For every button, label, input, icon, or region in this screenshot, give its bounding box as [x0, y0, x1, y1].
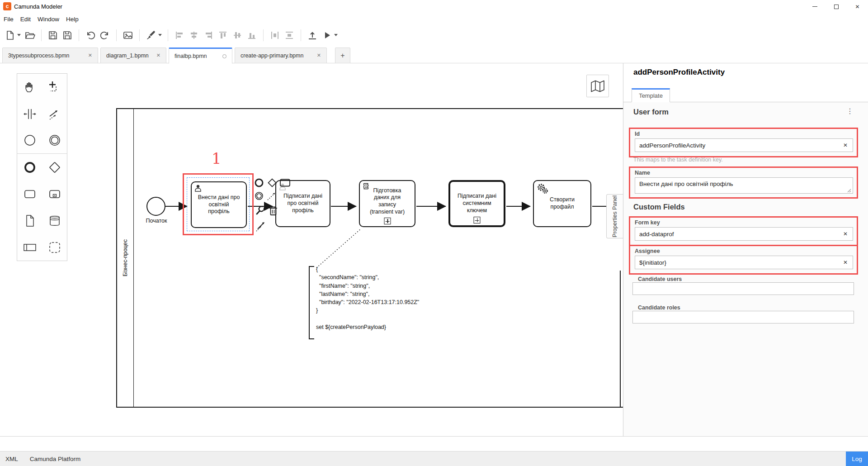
menu-window[interactable]: Window	[38, 16, 59, 23]
toolbar-divider	[263, 29, 264, 41]
candidate-roles-input[interactable]	[632, 311, 854, 323]
align-top-icon	[218, 30, 228, 40]
sequence-flow-layer	[0, 63, 623, 436]
tab-label: create-app-primary.bpmn	[241, 52, 303, 59]
align-top-button[interactable]	[216, 28, 230, 43]
save-button[interactable]	[46, 28, 60, 43]
format-brush-button[interactable]	[144, 28, 158, 43]
candidate-users-input[interactable]	[632, 282, 854, 295]
window-controls: ✕	[804, 0, 868, 13]
minimize-button[interactable]	[804, 0, 826, 13]
menu-help[interactable]: Help	[66, 16, 79, 23]
id-input[interactable]	[635, 138, 853, 152]
align-middle-button[interactable]	[230, 28, 245, 43]
new-diagram-caret[interactable]	[17, 34, 21, 36]
align-right-button[interactable]	[201, 28, 216, 43]
association-annotation[interactable]	[316, 229, 361, 268]
camunda-logo-icon: c	[3, 2, 11, 10]
connect-tool-icon[interactable]	[256, 222, 264, 231]
kebab-menu-icon[interactable]: ⋮	[846, 107, 854, 115]
user-task-icon	[194, 184, 202, 192]
tab-create-app-primary[interactable]: create-app-primary.bpmn ✕	[235, 48, 327, 63]
append-gateway-icon[interactable]	[269, 179, 276, 187]
menu-file[interactable]: File	[4, 16, 14, 23]
append-annotation-icon[interactable]	[268, 193, 275, 200]
collapsed-subprocess-marker[interactable]	[384, 218, 391, 224]
bpmn-canvas[interactable]: Бізнес-процес Початок 1	[0, 63, 623, 436]
distribute-vertical-icon	[284, 30, 294, 40]
call-activity-sign-system-key[interactable]: Підписати дані системним ключем	[448, 180, 505, 227]
platform-label: Camunda Platform	[30, 456, 81, 462]
tab-close-icon[interactable]: ✕	[317, 52, 321, 58]
maximize-button[interactable]	[826, 0, 847, 13]
tab-label: diagram_1.bpmn	[106, 52, 149, 59]
collapsed-subprocess-marker[interactable]	[474, 217, 481, 223]
tab-close-icon[interactable]: ✕	[156, 52, 160, 58]
menu-edit[interactable]: Edit	[20, 16, 31, 23]
user-task-add-profile[interactable]: Внести дані про освітній профіль	[191, 181, 247, 228]
properties-panel-toggle[interactable]: Properties Panel	[606, 194, 623, 238]
xml-toggle[interactable]: XML	[5, 456, 18, 462]
panel-body: User form ⋮ Id ✕ This maps to the task d…	[623, 102, 868, 436]
text-annotation[interactable]: { "secondName": "string", "firstName": "…	[309, 265, 419, 331]
toolbar-divider	[139, 29, 140, 41]
tab-finalbp-active[interactable]: finalbp.bpmn	[169, 48, 232, 64]
export-image-button[interactable]	[121, 28, 135, 43]
gears-icon	[536, 183, 549, 195]
candidate-roles-label: Candidate roles	[638, 304, 680, 311]
tab-3typessubprocess[interactable]: 3typessubprocess.bpmn ✕	[2, 48, 98, 63]
clear-form-key-icon[interactable]: ✕	[843, 231, 848, 237]
clear-id-icon[interactable]: ✕	[843, 142, 848, 148]
log-button[interactable]: Log	[846, 452, 868, 466]
properties-panel-tab-label: Properties Panel	[612, 195, 618, 237]
subprocess-prepare-data[interactable]: Підготовка даних для запису (transient v…	[359, 180, 415, 227]
append-task-icon[interactable]	[280, 180, 290, 186]
wrench-icon[interactable]	[257, 207, 264, 214]
align-bottom-icon	[247, 30, 257, 40]
align-center-button[interactable]	[187, 28, 201, 43]
custom-fields-heading: Custom Fields	[633, 203, 685, 211]
start-instance-caret[interactable]	[334, 34, 338, 36]
trash-icon[interactable]	[269, 207, 277, 215]
assignee-input[interactable]	[635, 256, 853, 269]
minimap-toggle-button[interactable]	[586, 75, 609, 97]
clear-assignee-icon[interactable]: ✕	[843, 259, 848, 266]
format-brush-caret[interactable]	[158, 34, 162, 36]
form-key-label: Form key	[635, 219, 857, 226]
start-instance-button[interactable]	[320, 28, 334, 43]
undo-button[interactable]	[83, 28, 98, 43]
align-left-button[interactable]	[172, 28, 187, 43]
append-intermediate-event-icon[interactable]	[255, 192, 263, 200]
context-pad	[254, 176, 296, 233]
toolbar	[0, 25, 340, 45]
tab-label: finalbp.bpmn	[175, 53, 207, 59]
close-button[interactable]: ✕	[847, 0, 868, 13]
form-key-input[interactable]	[635, 227, 853, 241]
tab-close-icon[interactable]: ✕	[88, 52, 92, 58]
logo-glyph: c	[6, 3, 9, 10]
distribute-vertical-button[interactable]	[282, 28, 297, 43]
append-end-event-icon[interactable]	[255, 179, 263, 186]
open-file-button[interactable]	[23, 28, 37, 43]
tab-diagram-1[interactable]: diagram_1.bpmn ✕	[100, 48, 166, 63]
new-tab-button[interactable]: +	[335, 48, 350, 63]
toolbar-divider	[41, 29, 42, 41]
id-label: Id	[635, 131, 857, 137]
tab-template[interactable]: Template	[632, 88, 670, 102]
service-task-create-profile[interactable]: Створити профайл	[533, 180, 591, 227]
resize-grip-icon[interactable]	[847, 189, 851, 193]
distribute-horizontal-icon	[270, 30, 280, 40]
align-bottom-button[interactable]	[245, 28, 259, 43]
save-as-button[interactable]	[60, 28, 75, 43]
name-textarea[interactable]: Внести дані про освітній профіль	[635, 177, 853, 194]
save-icon	[47, 30, 58, 41]
toolbar-divider	[168, 29, 168, 41]
distribute-horizontal-button[interactable]	[268, 28, 282, 43]
deploy-button[interactable]	[305, 28, 320, 43]
properties-panel: addPersonProfileActivity Template User f…	[623, 63, 868, 436]
deploy-icon	[307, 30, 318, 41]
task-label: Підготовка даних для запису (transient v…	[370, 187, 405, 216]
redo-button[interactable]	[98, 28, 112, 43]
new-diagram-button[interactable]	[3, 28, 17, 43]
minimize-icon	[812, 6, 817, 7]
